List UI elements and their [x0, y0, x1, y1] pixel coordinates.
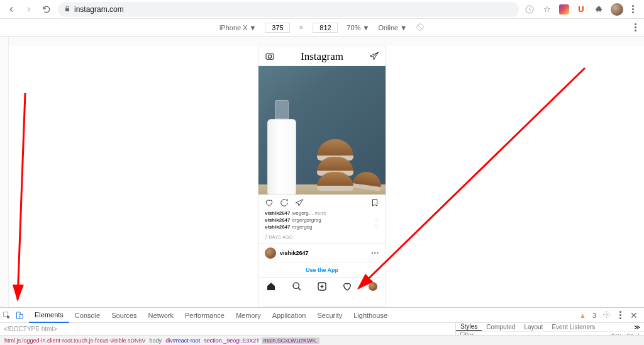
comment-icon[interactable]	[280, 198, 289, 208]
breadcrumb-item[interactable]: main.SCxLW.uzKWK.	[262, 337, 319, 344]
forward-button[interactable]	[23, 3, 35, 16]
settings-icon[interactable]	[602, 310, 611, 320]
profile-nav-icon[interactable]	[368, 281, 378, 291]
like-icon[interactable]	[265, 198, 274, 208]
svg-rect-2	[266, 54, 274, 59]
back-button[interactable]	[5, 3, 18, 16]
tab-application[interactable]: Application	[267, 308, 312, 323]
tab-performance[interactable]: Performance	[179, 308, 230, 323]
devtools-tabs: Elements Console Sources Network Perform…	[0, 308, 644, 323]
home-icon[interactable]	[266, 281, 276, 291]
viewport: Instagram vishik264	[0, 37, 644, 307]
url-text: instagram.com	[74, 5, 124, 14]
more-icon[interactable]: •••	[372, 250, 379, 256]
styles-panel: Styles Computed Layout Event Listeners ≫…	[455, 323, 644, 335]
messages-icon[interactable]	[369, 51, 379, 62]
post-image[interactable]	[258, 66, 386, 195]
camera-icon[interactable]	[265, 51, 275, 62]
update-icon[interactable]	[524, 4, 535, 15]
inspect-element-icon[interactable]	[3, 311, 11, 320]
extension-colorful-icon[interactable]	[559, 4, 569, 14]
svg-rect-11	[20, 314, 23, 319]
svg-point-3	[268, 55, 271, 58]
chevron-down-icon: ▼	[400, 24, 407, 31]
activity-icon[interactable]	[342, 281, 352, 291]
zoom-select[interactable]: 70% ▼	[347, 24, 369, 31]
caption-line: vishik2647 wegerg... more	[265, 210, 379, 217]
user-row[interactable]: vishik2647 •••	[258, 243, 386, 263]
svg-point-5	[293, 283, 299, 288]
instagram-logo: Instagram	[301, 50, 343, 63]
tab-event-listeners[interactable]: Event Listeners	[547, 324, 599, 331]
rotate-icon[interactable]	[416, 23, 425, 33]
device-toolbar: iPhone X ▼ ✕ 70% ▼ Online ▼	[0, 19, 644, 37]
profile-avatar[interactable]	[611, 3, 623, 16]
throttle-select[interactable]: Online ▼	[378, 24, 407, 31]
post-actions	[258, 195, 386, 210]
ruler-vertical	[0, 37, 9, 307]
close-icon[interactable]: ✕	[630, 310, 638, 320]
captions: vishik2647 wegerg... more vishik2647 erg…	[258, 210, 386, 234]
search-icon[interactable]	[292, 281, 302, 291]
caption-line: vishik2647 ergergergreg ♡	[265, 217, 379, 223]
tab-layout[interactable]: Layout	[519, 324, 547, 331]
tab-console[interactable]: Console	[69, 308, 106, 323]
devtools-panel: Elements Console Sources Network Perform…	[0, 307, 644, 345]
chrome-menu-icon[interactable]	[630, 5, 636, 13]
lock-icon	[64, 5, 70, 14]
add-post-icon[interactable]	[317, 281, 327, 291]
use-app-cta[interactable]: Use the App	[258, 263, 386, 277]
breadcrumb-item[interactable]: html.js.logged-in.client-root.touch.js-f…	[3, 337, 148, 344]
caption-user[interactable]: vishik2647	[265, 223, 290, 230]
breadcrumb-item[interactable]: div#react-root	[164, 337, 202, 344]
warning-icon[interactable]: ▲	[579, 312, 586, 319]
chevron-down-icon: ▼	[363, 24, 370, 31]
ruler-horizontal	[0, 37, 644, 45]
tab-lighthouse[interactable]: Lighthouse	[348, 308, 393, 323]
like-comment-icon[interactable]: ♡	[375, 223, 379, 230]
height-input[interactable]	[313, 23, 338, 33]
device-menu-icon[interactable]	[632, 23, 639, 31]
address-bar[interactable]: instagram.com	[58, 2, 519, 17]
star-icon[interactable]: ☆	[541, 4, 553, 15]
breadcrumb-item[interactable]: body	[148, 337, 164, 344]
tab-security[interactable]: Security	[311, 308, 348, 323]
caption-user[interactable]: vishik2647	[265, 210, 290, 217]
reload-button[interactable]	[40, 3, 53, 16]
bookmark-icon[interactable]	[370, 198, 379, 208]
tab-computed[interactable]: Computed	[482, 324, 519, 331]
tab-network[interactable]: Network	[143, 308, 179, 323]
caption-line: vishik2647 ergergeg ♡	[265, 223, 379, 230]
caption-text: wegerg...	[292, 210, 313, 217]
dom-tree[interactable]: <!DOCTYPE html> <html lang="en" class="j…	[0, 323, 455, 335]
zoom-value: 70%	[347, 24, 360, 31]
instagram-header: Instagram	[258, 47, 386, 66]
tab-elements[interactable]: Elements	[29, 308, 69, 323]
throttle-value: Online	[378, 24, 398, 31]
tab-memory[interactable]: Memory	[230, 308, 267, 323]
extensions-puzzle-icon[interactable]	[593, 4, 604, 15]
extension-u-icon[interactable]: U	[575, 4, 587, 15]
like-comment-icon[interactable]: ♡	[375, 217, 379, 223]
dom-breadcrumb[interactable]: html.js.logged-in.client-root.touch.js-f…	[0, 335, 644, 345]
warning-count: 3	[592, 312, 596, 319]
doctype-line: <!DOCTYPE html>	[4, 324, 452, 334]
caption-more[interactable]: more	[314, 210, 326, 217]
caption-text: ergergergreg	[292, 217, 321, 223]
breadcrumb-item[interactable]: section._9eogI.E3X2T	[202, 337, 262, 344]
device-mode-icon[interactable]	[15, 311, 24, 320]
phone-frame: Instagram vishik264	[258, 47, 386, 307]
bottom-nav	[258, 277, 386, 296]
dimension-x: ✕	[299, 25, 304, 31]
caption-user[interactable]: vishik2647	[265, 217, 290, 223]
more-tabs-icon[interactable]: ≫	[630, 324, 644, 331]
share-icon[interactable]	[295, 198, 304, 208]
username: vishik2647	[280, 250, 309, 256]
devtools-menu-icon[interactable]	[617, 311, 624, 319]
tab-styles[interactable]: Styles	[456, 323, 482, 331]
tab-sources[interactable]: Sources	[106, 308, 142, 323]
chevron-down-icon: ▼	[250, 24, 257, 31]
width-input[interactable]	[265, 23, 290, 33]
user-avatar	[265, 247, 276, 259]
device-select[interactable]: iPhone X ▼	[219, 24, 257, 31]
